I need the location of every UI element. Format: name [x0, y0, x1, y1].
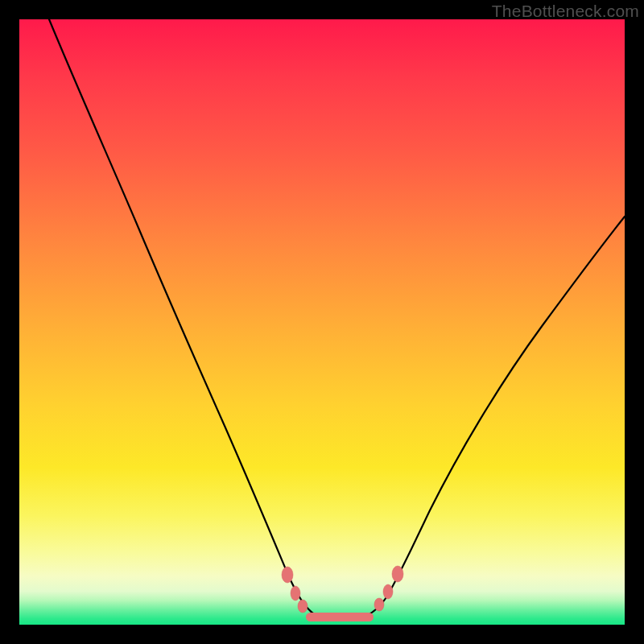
- marker-bead-right-3: [392, 566, 403, 582]
- bottleneck-chart: [19, 19, 625, 625]
- plot-area: [19, 19, 625, 625]
- marker-bead-left-3: [298, 600, 308, 613]
- bottleneck-curve-path: [49, 19, 625, 621]
- marker-bead-left-2: [291, 586, 300, 601]
- marker-bead-right-2: [383, 584, 393, 599]
- watermark-text: TheBottleneck.com: [492, 2, 639, 21]
- outer-frame: TheBottleneck.com: [0, 0, 644, 644]
- marker-bead-right-1: [374, 598, 384, 611]
- valley-floor-marker: [306, 613, 374, 621]
- marker-bead-left-1: [282, 567, 293, 583]
